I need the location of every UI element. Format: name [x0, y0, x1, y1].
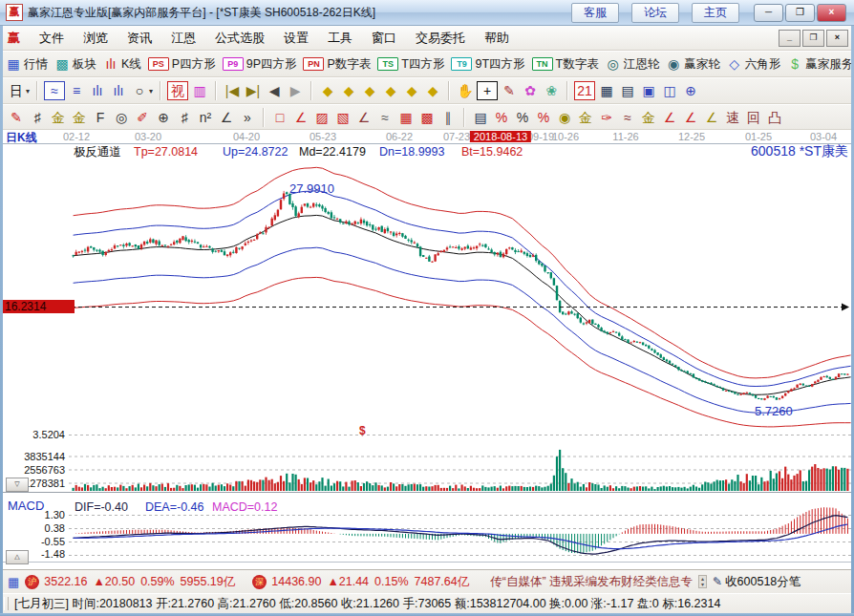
news-scroll-down-icon[interactable]: ▾ — [701, 582, 704, 587]
quotes-button[interactable]: ▦行情 — [6, 56, 48, 73]
prev-bar-icon[interactable]: ◀ — [265, 81, 284, 100]
mdi-close-button[interactable]: × — [826, 30, 848, 47]
menu-item[interactable]: 设置 — [274, 27, 318, 50]
percent-line-icon[interactable]: % — [492, 108, 511, 127]
j-angle-icon[interactable]: ∠ — [660, 108, 679, 127]
first-bar-icon[interactable]: |◀ — [223, 81, 242, 100]
dense-grid-icon[interactable]: ▦ — [396, 108, 416, 127]
travel-icon[interactable]: ⊕ — [681, 81, 700, 100]
volume-pane-collapse-button[interactable]: ▽ — [6, 478, 29, 492]
menu-item[interactable]: 资讯 — [117, 27, 161, 50]
grid-lines-icon[interactable]: ♯ — [175, 108, 194, 127]
period-day-dropdown[interactable]: 日 — [7, 81, 26, 100]
box-arc-icon[interactable]: 凸 — [765, 108, 784, 127]
save-icon[interactable]: ▣ — [639, 81, 658, 100]
more-tools-chevron[interactable]: » — [238, 108, 257, 127]
hand-tool-icon[interactable]: ✋ — [456, 81, 475, 100]
period-day-dropdown-arrow[interactable]: ▾ — [26, 87, 30, 96]
menu-item[interactable]: 帮助 — [475, 27, 519, 50]
titlebar-link-kefu[interactable]: 客服 — [571, 3, 619, 23]
menu-item[interactable]: 江恩 — [161, 27, 205, 50]
maximize-button[interactable]: ❐ — [785, 4, 815, 22]
tick-chart-icon[interactable]: ✎ — [713, 575, 722, 588]
calendar-icon[interactable]: 21 — [574, 81, 595, 100]
expand-vertical-icon[interactable]: ◆ — [402, 81, 421, 100]
gold-line-icon[interactable]: 金 — [576, 108, 595, 127]
dense-grid2-icon[interactable]: ▩ — [417, 108, 437, 127]
gold-grid-icon[interactable]: 金 — [49, 108, 68, 127]
news-scroll-buttons[interactable]: ▴▾ — [698, 575, 707, 588]
t-square-button[interactable]: TST四方形 — [377, 56, 444, 73]
percent-gold-icon[interactable]: % — [534, 108, 553, 127]
menu-item[interactable]: 窗口 — [362, 27, 406, 50]
knot-tool-icon[interactable]: ❀ — [542, 81, 561, 100]
gold-angle2-icon[interactable]: ∠ — [702, 108, 721, 127]
close-button[interactable]: × — [817, 4, 846, 22]
mdi-restore-button[interactable]: ❐ — [802, 30, 824, 47]
market-grid-icon[interactable]: ▦ — [8, 575, 19, 589]
winner-service-button[interactable]: $赢家服务 — [787, 56, 853, 73]
titlebar-link-zhuye[interactable]: 主页 — [692, 3, 739, 23]
compress-right-icon[interactable]: ◆ — [339, 81, 358, 100]
minimize-button[interactable]: ─ — [754, 4, 783, 22]
speed-line-icon[interactable]: 速 — [723, 108, 742, 127]
flower-tool-icon[interactable]: ✿ — [521, 81, 540, 100]
gann-wheel-button[interactable]: ◎江恩轮 — [606, 56, 660, 73]
compress-all-icon[interactable]: ◆ — [381, 81, 400, 100]
indicator-panel-icon[interactable]: 视 — [167, 81, 188, 100]
news-ticker[interactable]: 传“自媒体” 违规采编发布财经类信息专 — [490, 574, 693, 590]
send-icon[interactable]: ◫ — [660, 81, 679, 100]
gann-grid-box-icon[interactable]: ▨ — [312, 108, 331, 127]
p-square-button[interactable]: PSP四方形 — [148, 56, 216, 73]
f-angle-icon[interactable]: ∠ — [681, 108, 700, 127]
sz-index[interactable]: 深14436.90▲21.440.15%7487.64亿 — [252, 574, 475, 590]
mdi-minimize-button[interactable]: _ — [779, 30, 801, 47]
gann-box-icon[interactable]: □ — [270, 108, 289, 127]
winner-wheel-button[interactable]: ◉赢家轮 — [666, 56, 720, 73]
menu-item[interactable]: 浏览 — [74, 27, 117, 50]
ninet-square-button[interactable]: T99T四方形 — [451, 56, 524, 73]
expand-horizontal-icon[interactable]: ◆ — [360, 81, 379, 100]
square-n2-icon[interactable]: n² — [196, 108, 215, 127]
angle-pen-icon[interactable]: ✐ — [133, 108, 152, 127]
angle-ruler-icon[interactable]: ∠ — [217, 108, 236, 127]
f10-info-icon[interactable]: ≡ — [67, 81, 86, 100]
zigzag-icon[interactable]: ≈ — [375, 108, 395, 127]
fan-lines-icon[interactable]: ∠ — [291, 108, 310, 127]
expand-all-icon[interactable]: ◆ — [423, 81, 442, 100]
parallel-lines-icon[interactable]: ∥ — [438, 108, 458, 127]
crosshair-tool-icon[interactable]: + — [477, 81, 498, 100]
kline-button[interactable]: ılıK线 — [103, 56, 141, 73]
percent-icon[interactable]: % — [513, 108, 532, 127]
menu-item[interactable]: 文件 — [30, 27, 74, 50]
notes-icon[interactable]: ▤ — [618, 81, 637, 100]
titlebar-link-luntan[interactable]: 论坛 — [631, 3, 679, 23]
mini-chart3-icon[interactable]: ılı — [88, 81, 107, 100]
candle-type-dropdown-arrow[interactable]: ▾ — [149, 87, 153, 96]
gann-lines-icon[interactable]: ♯ — [28, 108, 47, 127]
blocks-button[interactable]: ▩板块 — [54, 56, 96, 73]
multi-chart-icon[interactable]: ≈ — [44, 81, 65, 100]
trend-angle-icon[interactable]: ∠ — [354, 108, 374, 127]
compress-left-icon[interactable]: ◆ — [318, 81, 337, 100]
time-cycle-icon[interactable]: ◎ — [112, 108, 131, 127]
wave-tool-icon[interactable]: ≈ — [618, 108, 637, 127]
next-bar-icon[interactable]: ▶ — [286, 81, 305, 100]
mark-tool-icon[interactable]: ✑ — [597, 108, 616, 127]
calculator-icon[interactable]: ▦ — [597, 81, 616, 100]
mark-pen-icon[interactable]: ✎ — [500, 81, 519, 100]
menu-item[interactable]: 工具 — [318, 27, 362, 50]
stats-box-icon[interactable]: ▤ — [471, 108, 490, 127]
gold-grid2-icon[interactable]: 金 — [70, 108, 89, 127]
tick-chart-label[interactable]: 收600518分笔 — [725, 574, 801, 590]
gann-fan-box-icon[interactable]: ▧ — [333, 108, 352, 127]
menu-item[interactable]: 交易委托 — [406, 27, 475, 50]
candle-type-dropdown[interactable]: ○ — [130, 81, 149, 100]
hexagon-button[interactable]: ◇六角形 — [727, 56, 781, 73]
circle-arc-icon[interactable]: 回 — [744, 108, 763, 127]
last-bar-icon[interactable]: ▶| — [244, 81, 263, 100]
gann-circle-icon[interactable]: ⊕ — [154, 108, 173, 127]
p-table-button[interactable]: PNP数字表 — [303, 56, 371, 73]
macd-pane-collapse-button[interactable]: △ — [6, 550, 29, 564]
sh-index[interactable]: 沪3522.16▲20.500.59%5955.19亿 — [25, 574, 241, 590]
